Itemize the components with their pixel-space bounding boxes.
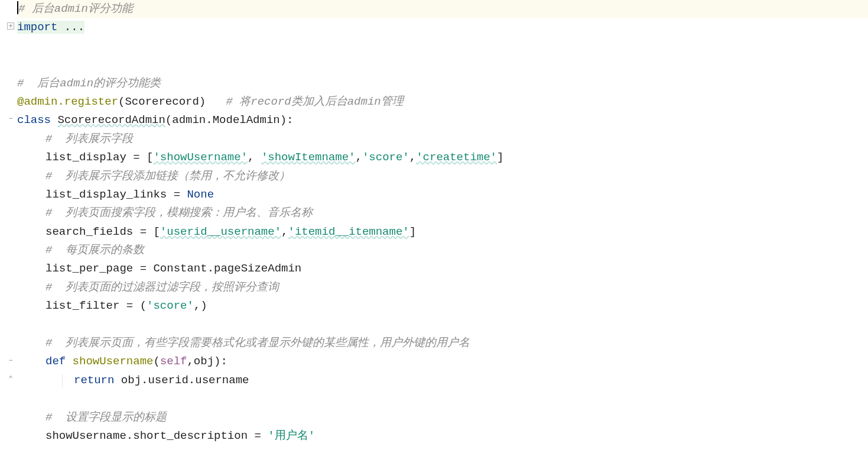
text-caret: [17, 1, 18, 14]
editor-gutter: + − − ⌃: [0, 0, 15, 466]
fold-marker-expanded[interactable]: −: [7, 357, 14, 364]
code-line[interactable]: # 后台admin的评分功能类: [17, 75, 868, 93]
code-line[interactable]: # 每页展示的条数: [17, 241, 868, 260]
code-line[interactable]: [17, 390, 868, 408]
code-line[interactable]: # 列表展示字段添加链接（禁用，不允许修改）: [17, 167, 868, 186]
code-line[interactable]: return obj.userid.username: [17, 371, 868, 390]
code-line[interactable]: [17, 316, 868, 334]
code-line[interactable]: search_fields = ['userid__username','ite…: [17, 223, 868, 241]
code-line[interactable]: list_per_page = Constant.pageSizeAdmin: [17, 260, 868, 278]
code-line[interactable]: # 列表展示字段: [17, 130, 868, 148]
code-line[interactable]: # 列表页面的过滤器过滤字段，按照评分查询: [17, 279, 868, 297]
code-line[interactable]: list_display = ['showUsername', 'showIte…: [17, 148, 868, 167]
code-line[interactable]: showUsername.short_description = '用户名': [17, 427, 868, 445]
fold-marker-collapsed[interactable]: +: [7, 22, 14, 30]
code-line[interactable]: # 后台admin评分功能: [17, 0, 868, 18]
fold-marker-expanded[interactable]: −: [7, 115, 14, 122]
code-line[interactable]: import ...: [17, 18, 868, 37]
code-line[interactable]: list_display_links = None: [17, 186, 868, 204]
code-line[interactable]: class ScorerecordAdmin(admin.ModelAdmin)…: [17, 111, 868, 130]
code-line[interactable]: list_filter = ('score',): [17, 297, 868, 315]
code-line[interactable]: # 列表展示页面，有些字段需要格式化或者显示外键的某些属性，用户外键的用户名: [17, 334, 868, 352]
code-line[interactable]: def showUsername(self,obj):: [17, 352, 868, 371]
code-line[interactable]: [17, 56, 868, 74]
code-line[interactable]: @admin.register(Scorerecord) # 将record类加…: [17, 93, 868, 111]
indent-guide: [62, 374, 63, 387]
code-editor[interactable]: # 后台admin评分功能 import ... # 后台admin的评分功能类…: [17, 0, 868, 445]
code-line[interactable]: # 设置字段显示的标题: [17, 409, 868, 427]
code-line[interactable]: [17, 37, 868, 56]
fold-marker-close[interactable]: ⌃: [7, 376, 14, 383]
code-line[interactable]: # 列表页面搜索字段，模糊搜索：用户名、音乐名称: [17, 204, 868, 222]
